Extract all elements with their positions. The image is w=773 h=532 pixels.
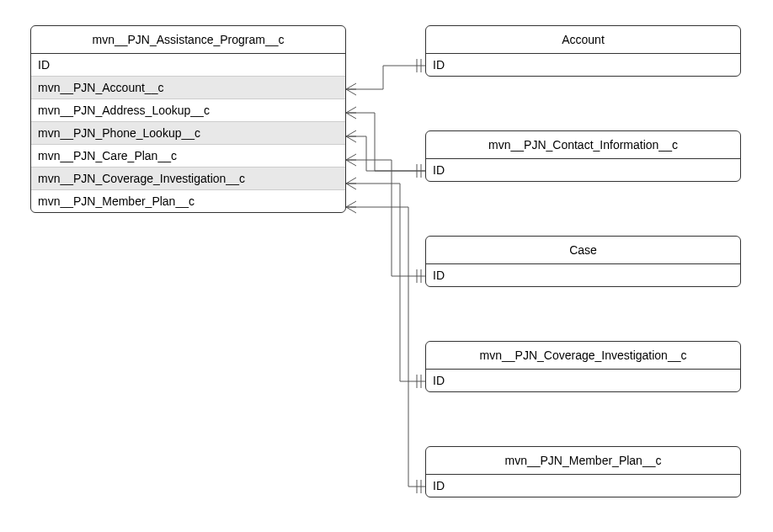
field-member-plan: mvn__PJN_Member_Plan__c	[31, 190, 345, 212]
entity-title: mvn__PJN_Coverage_Investigation__c	[426, 342, 740, 370]
field-id: ID	[426, 54, 740, 76]
entity-member-plan: mvn__PJN_Member_Plan__c ID	[425, 446, 741, 497]
field-id: ID	[31, 54, 345, 77]
entity-account: Account ID	[425, 25, 741, 77]
field-care-plan: mvn__PJN_Care_Plan__c	[31, 145, 345, 168]
entity-assistance-program: mvn__PJN_Assistance_Program__c ID mvn__P…	[30, 25, 346, 213]
entity-title: mvn__PJN_Member_Plan__c	[426, 447, 740, 475]
entity-title: Case	[426, 237, 740, 264]
entity-title: Account	[426, 26, 740, 54]
field-coverage-investigation: mvn__PJN_Coverage_Investigation__c	[31, 168, 345, 190]
field-id: ID	[426, 159, 740, 181]
field-account: mvn__PJN_Account__c	[31, 77, 345, 99]
entity-title: mvn__PJN_Contact_Information__c	[426, 131, 740, 159]
entity-contact-information: mvn__PJN_Contact_Information__c ID	[425, 130, 741, 182]
field-id: ID	[426, 370, 740, 391]
entity-coverage-investigation: mvn__PJN_Coverage_Investigation__c ID	[425, 341, 741, 392]
field-address-lookup: mvn__PJN_Address_Lookup__c	[31, 99, 345, 122]
field-id: ID	[426, 264, 740, 286]
field-id: ID	[426, 475, 740, 497]
entity-case: Case ID	[425, 236, 741, 287]
entity-title: mvn__PJN_Assistance_Program__c	[31, 26, 345, 54]
field-phone-lookup: mvn__PJN_Phone_Lookup__c	[31, 122, 345, 145]
